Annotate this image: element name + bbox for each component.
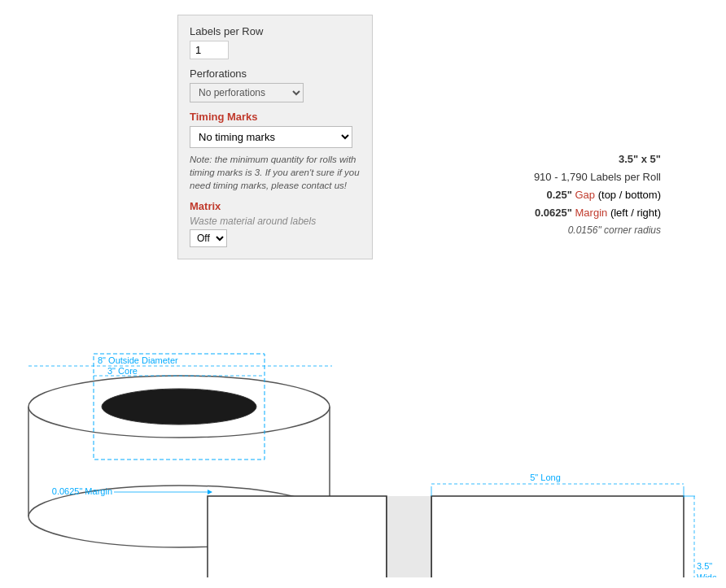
- svg-text:3" Core: 3" Core: [107, 366, 138, 376]
- svg-point-5: [102, 389, 256, 425]
- corner-radius: 0.0156" corner radius: [534, 222, 661, 238]
- perforations-label: Perforations: [190, 68, 361, 80]
- labels-per-row-label: Labels per Row: [190, 25, 361, 37]
- gap-value: 0.25": [546, 189, 571, 201]
- config-panel: Labels per Row 1 Perforations No perfora…: [177, 15, 373, 259]
- svg-rect-15: [431, 496, 684, 577]
- perforations-select[interactable]: No perforations: [190, 83, 304, 102]
- label-size: 3.5" x 5": [534, 150, 661, 168]
- svg-text:8" Outside Diameter: 8" Outside Diameter: [98, 355, 178, 365]
- diagram-area: 8" Outside Diameter 3" Core 0.0625" Marg…: [16, 277, 716, 577]
- gap-position: (top / bottom): [598, 189, 661, 201]
- margin-position: (left / right): [610, 207, 661, 219]
- gap-label: Gap: [575, 189, 598, 201]
- timing-marks-select[interactable]: No timing marks: [190, 126, 352, 148]
- matrix-label: Matrix: [190, 200, 361, 212]
- info-panel: 3.5" x 5" 910 - 1,790 Labels per Roll 0.…: [534, 150, 661, 239]
- margin-info: 0.0625" Margin (left / right): [534, 204, 661, 222]
- svg-text:Wide: Wide: [697, 573, 716, 577]
- gap-info: 0.25" Gap (top / bottom): [534, 186, 661, 204]
- svg-rect-14: [208, 496, 387, 577]
- timing-note: Note: the minimum quantity for rolls wit…: [190, 153, 361, 192]
- waste-material-label: Waste material around labels: [190, 216, 361, 227]
- margin-label: Margin: [575, 207, 610, 219]
- svg-text:5" Long: 5" Long: [530, 473, 561, 482]
- timing-marks-label: Timing Marks: [190, 111, 361, 123]
- labels-per-row-value: 1: [190, 41, 229, 59]
- svg-text:3.5": 3.5": [697, 561, 712, 571]
- full-diagram-svg: 8" Outside Diameter 3" Core 0.0625" Marg…: [16, 277, 716, 577]
- margin-value: 0.0625": [535, 207, 572, 219]
- svg-rect-31: [387, 496, 431, 577]
- labels-range: 910 - 1,790 Labels per Roll: [534, 168, 661, 186]
- svg-text:0.0625" Margin: 0.0625" Margin: [52, 486, 112, 496]
- waste-select[interactable]: Off: [190, 229, 227, 247]
